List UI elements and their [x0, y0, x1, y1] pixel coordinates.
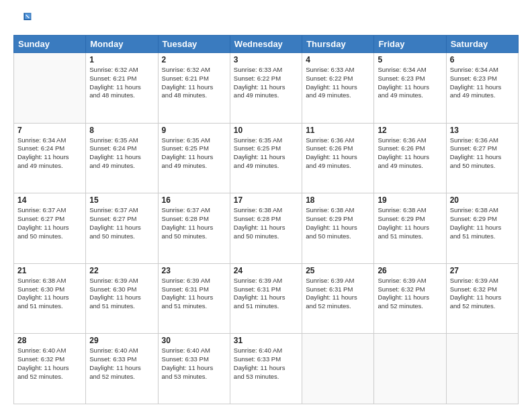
calendar-cell: 1Sunrise: 6:32 AM Sunset: 6:21 PM Daylig… — [86, 53, 158, 124]
calendar-cell: 22Sunrise: 6:39 AM Sunset: 6:30 PM Dayli… — [86, 263, 158, 334]
day-info: Sunrise: 6:33 AM Sunset: 6:22 PM Dayligh… — [306, 66, 370, 100]
weekday-header-thursday: Thursday — [302, 36, 374, 53]
weekday-header-row: SundayMondayTuesdayWednesdayThursdayFrid… — [14, 36, 519, 53]
day-info: Sunrise: 6:34 AM Sunset: 6:23 PM Dayligh… — [378, 66, 442, 100]
logo — [13, 11, 34, 30]
day-number: 22 — [89, 266, 154, 275]
day-number: 10 — [234, 126, 298, 135]
calendar-cell: 12Sunrise: 6:36 AM Sunset: 6:26 PM Dayli… — [374, 123, 446, 193]
calendar-cell: 2Sunrise: 6:32 AM Sunset: 6:21 PM Daylig… — [158, 53, 230, 124]
calendar-cell: 14Sunrise: 6:37 AM Sunset: 6:27 PM Dayli… — [14, 193, 86, 264]
day-info: Sunrise: 6:36 AM Sunset: 6:26 PM Dayligh… — [378, 136, 442, 171]
calendar-cell: 28Sunrise: 6:40 AM Sunset: 6:32 PM Dayli… — [14, 334, 86, 404]
weekday-header-sunday: Sunday — [14, 36, 86, 53]
day-info: Sunrise: 6:37 AM Sunset: 6:28 PM Dayligh… — [162, 206, 226, 240]
calendar-cell: 29Sunrise: 6:40 AM Sunset: 6:33 PM Dayli… — [86, 334, 158, 404]
calendar-cell: 23Sunrise: 6:39 AM Sunset: 6:31 PM Dayli… — [158, 263, 230, 334]
calendar-table: SundayMondayTuesdayWednesdayThursdayFrid… — [13, 35, 519, 404]
calendar-cell: 10Sunrise: 6:35 AM Sunset: 6:25 PM Dayli… — [230, 123, 302, 193]
calendar-cell — [374, 334, 446, 404]
day-info: Sunrise: 6:39 AM Sunset: 6:31 PM Dayligh… — [162, 277, 226, 311]
calendar-cell — [14, 53, 86, 124]
calendar-cell: 27Sunrise: 6:39 AM Sunset: 6:32 PM Dayli… — [446, 263, 518, 334]
day-info: Sunrise: 6:39 AM Sunset: 6:30 PM Dayligh… — [89, 277, 154, 311]
weekday-header-tuesday: Tuesday — [158, 36, 230, 53]
calendar-cell: 15Sunrise: 6:37 AM Sunset: 6:27 PM Dayli… — [86, 193, 158, 264]
calendar-cell: 21Sunrise: 6:38 AM Sunset: 6:30 PM Dayli… — [14, 263, 86, 334]
day-number: 23 — [162, 266, 226, 275]
calendar-cell: 16Sunrise: 6:37 AM Sunset: 6:28 PM Dayli… — [158, 193, 230, 264]
day-number: 7 — [17, 126, 82, 135]
day-info: Sunrise: 6:40 AM Sunset: 6:33 PM Dayligh… — [162, 347, 226, 381]
day-info: Sunrise: 6:35 AM Sunset: 6:25 PM Dayligh… — [234, 136, 298, 171]
day-info: Sunrise: 6:38 AM Sunset: 6:29 PM Dayligh… — [306, 206, 370, 240]
logo-icon — [13, 11, 32, 30]
weekday-header-monday: Monday — [86, 36, 158, 53]
day-info: Sunrise: 6:39 AM Sunset: 6:31 PM Dayligh… — [306, 277, 370, 311]
day-info: Sunrise: 6:39 AM Sunset: 6:31 PM Dayligh… — [234, 277, 298, 311]
day-number: 11 — [306, 126, 370, 135]
page: SundayMondayTuesdayWednesdayThursdayFrid… — [0, 0, 532, 411]
day-info: Sunrise: 6:38 AM Sunset: 6:29 PM Dayligh… — [450, 206, 515, 240]
day-number: 13 — [450, 126, 515, 135]
day-info: Sunrise: 6:35 AM Sunset: 6:25 PM Dayligh… — [162, 136, 226, 171]
day-info: Sunrise: 6:34 AM Sunset: 6:23 PM Dayligh… — [450, 66, 515, 100]
calendar-cell — [302, 334, 374, 404]
header — [13, 11, 519, 30]
calendar-cell: 31Sunrise: 6:40 AM Sunset: 6:33 PM Dayli… — [230, 334, 302, 404]
weekday-header-saturday: Saturday — [446, 36, 518, 53]
day-info: Sunrise: 6:33 AM Sunset: 6:22 PM Dayligh… — [234, 66, 298, 100]
day-info: Sunrise: 6:38 AM Sunset: 6:28 PM Dayligh… — [234, 206, 298, 240]
calendar-week-5: 28Sunrise: 6:40 AM Sunset: 6:32 PM Dayli… — [14, 334, 519, 404]
day-info: Sunrise: 6:38 AM Sunset: 6:30 PM Dayligh… — [17, 277, 82, 311]
day-number: 27 — [450, 266, 515, 275]
day-number: 2 — [162, 55, 226, 64]
day-number: 19 — [378, 195, 442, 205]
day-number: 5 — [378, 55, 442, 64]
calendar-cell: 3Sunrise: 6:33 AM Sunset: 6:22 PM Daylig… — [230, 53, 302, 124]
calendar-cell: 11Sunrise: 6:36 AM Sunset: 6:26 PM Dayli… — [302, 123, 374, 193]
calendar-header: SundayMondayTuesdayWednesdayThursdayFrid… — [14, 36, 519, 53]
day-number: 18 — [306, 195, 370, 205]
day-number: 30 — [162, 336, 226, 345]
day-number: 29 — [89, 336, 154, 345]
day-number: 26 — [378, 266, 442, 275]
day-number: 1 — [89, 55, 154, 64]
day-info: Sunrise: 6:32 AM Sunset: 6:21 PM Dayligh… — [162, 66, 226, 100]
day-number: 25 — [306, 266, 370, 275]
day-number: 3 — [234, 55, 298, 64]
day-number: 17 — [234, 195, 298, 205]
calendar-body: 1Sunrise: 6:32 AM Sunset: 6:21 PM Daylig… — [14, 53, 519, 404]
weekday-header-friday: Friday — [374, 36, 446, 53]
calendar-week-2: 7Sunrise: 6:34 AM Sunset: 6:24 PM Daylig… — [14, 123, 519, 193]
calendar-cell: 18Sunrise: 6:38 AM Sunset: 6:29 PM Dayli… — [302, 193, 374, 264]
day-info: Sunrise: 6:35 AM Sunset: 6:24 PM Dayligh… — [89, 136, 154, 171]
calendar-cell: 4Sunrise: 6:33 AM Sunset: 6:22 PM Daylig… — [302, 53, 374, 124]
calendar-cell: 20Sunrise: 6:38 AM Sunset: 6:29 PM Dayli… — [446, 193, 518, 264]
day-number: 12 — [378, 126, 442, 135]
day-number: 9 — [162, 126, 226, 135]
calendar-week-3: 14Sunrise: 6:37 AM Sunset: 6:27 PM Dayli… — [14, 193, 519, 264]
calendar-cell: 17Sunrise: 6:38 AM Sunset: 6:28 PM Dayli… — [230, 193, 302, 264]
day-info: Sunrise: 6:40 AM Sunset: 6:33 PM Dayligh… — [234, 347, 298, 381]
day-number: 31 — [234, 336, 298, 345]
day-number: 4 — [306, 55, 370, 64]
day-info: Sunrise: 6:40 AM Sunset: 6:32 PM Dayligh… — [17, 347, 82, 381]
day-info: Sunrise: 6:32 AM Sunset: 6:21 PM Dayligh… — [89, 66, 154, 100]
calendar-cell: 13Sunrise: 6:36 AM Sunset: 6:27 PM Dayli… — [446, 123, 518, 193]
day-number: 15 — [89, 195, 154, 205]
day-info: Sunrise: 6:40 AM Sunset: 6:33 PM Dayligh… — [89, 347, 154, 381]
day-number: 16 — [162, 195, 226, 205]
calendar-cell: 7Sunrise: 6:34 AM Sunset: 6:24 PM Daylig… — [14, 123, 86, 193]
calendar-week-1: 1Sunrise: 6:32 AM Sunset: 6:21 PM Daylig… — [14, 53, 519, 124]
calendar-cell: 5Sunrise: 6:34 AM Sunset: 6:23 PM Daylig… — [374, 53, 446, 124]
calendar-cell: 8Sunrise: 6:35 AM Sunset: 6:24 PM Daylig… — [86, 123, 158, 193]
calendar-cell: 26Sunrise: 6:39 AM Sunset: 6:32 PM Dayli… — [374, 263, 446, 334]
day-number: 6 — [450, 55, 515, 64]
calendar-cell: 19Sunrise: 6:38 AM Sunset: 6:29 PM Dayli… — [374, 193, 446, 264]
day-number: 28 — [17, 336, 82, 345]
day-number: 20 — [450, 195, 515, 205]
day-info: Sunrise: 6:37 AM Sunset: 6:27 PM Dayligh… — [89, 206, 154, 240]
calendar-cell: 9Sunrise: 6:35 AM Sunset: 6:25 PM Daylig… — [158, 123, 230, 193]
day-info: Sunrise: 6:36 AM Sunset: 6:27 PM Dayligh… — [450, 136, 515, 171]
